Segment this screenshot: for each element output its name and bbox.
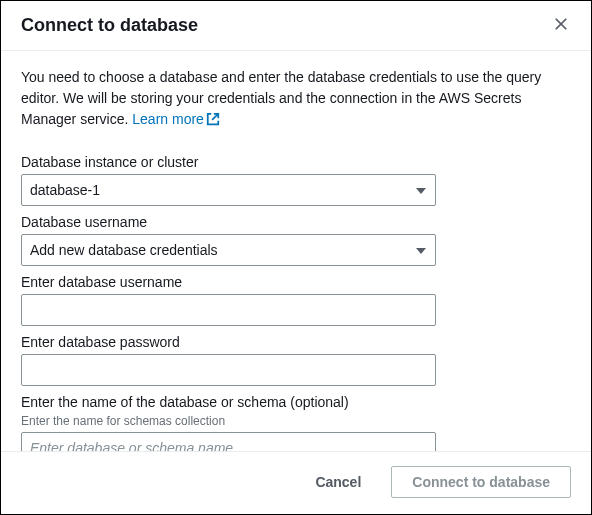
cancel-button[interactable]: Cancel (295, 466, 381, 498)
field-database-instance: Database instance or cluster database-1 (21, 154, 571, 206)
database-username-select[interactable]: Add new database credentials (21, 234, 436, 266)
password-input[interactable] (21, 354, 436, 386)
modal-footer: Cancel Connect to database (1, 451, 591, 514)
description-text: You need to choose a database and enter … (21, 69, 541, 127)
learn-more-text: Learn more (132, 111, 204, 127)
schema-label: Enter the name of the database or schema… (21, 394, 571, 410)
database-username-label: Database username (21, 214, 571, 230)
learn-more-link[interactable]: Learn more (132, 111, 220, 127)
external-link-icon (206, 111, 220, 125)
database-username-value: Add new database credentials (30, 242, 218, 258)
database-instance-value: database-1 (30, 182, 100, 198)
database-instance-label: Database instance or cluster (21, 154, 571, 170)
schema-input[interactable] (21, 432, 436, 451)
connect-database-modal: Connect to database You need to choose a… (0, 0, 592, 515)
field-enter-password: Enter database password (21, 334, 571, 394)
close-button[interactable] (551, 16, 571, 36)
field-database-username-select: Database username Add new database crede… (21, 214, 571, 266)
connect-button[interactable]: Connect to database (391, 466, 571, 498)
database-instance-select[interactable]: database-1 (21, 174, 436, 206)
schema-sublabel: Enter the name for schemas collection (21, 414, 571, 428)
close-icon (554, 17, 568, 34)
modal-title: Connect to database (21, 15, 198, 36)
enter-password-label: Enter database password (21, 334, 571, 350)
modal-header: Connect to database (1, 1, 591, 51)
modal-body: You need to choose a database and enter … (1, 51, 591, 451)
modal-description: You need to choose a database and enter … (21, 67, 571, 130)
username-input[interactable] (21, 294, 436, 326)
enter-username-label: Enter database username (21, 274, 571, 290)
field-schema-name: Enter the name of the database or schema… (21, 394, 571, 451)
field-enter-username: Enter database username (21, 274, 571, 334)
